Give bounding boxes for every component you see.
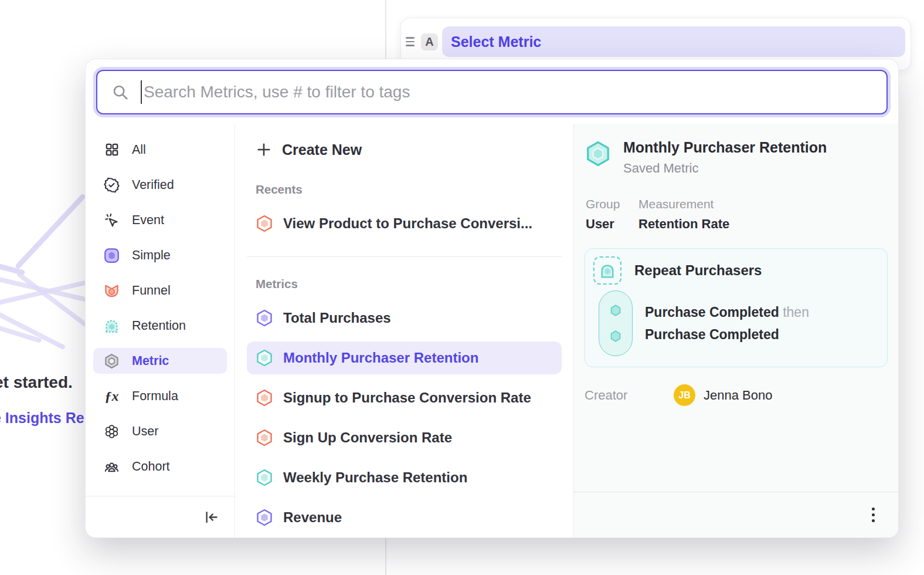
step2-event: Purchase Completed (645, 327, 779, 342)
sidebar-item-label: Metric (132, 354, 169, 368)
then-connector: then (783, 305, 809, 320)
details-title: Monthly Purchaser Retention (623, 139, 827, 156)
filter-sidebar: All Verified (86, 124, 235, 537)
list-item-label: Weekly Purchase Retention (283, 469, 467, 486)
sidebar-item-all[interactable]: All (93, 137, 227, 163)
sidebar-item-user[interactable]: User (93, 418, 227, 444)
list-item-signup-to-purchase-conversion-rate[interactable]: Signup to Purchase Conversion Rate (247, 381, 562, 414)
sidebar-item-event[interactable]: Event (93, 207, 227, 233)
plus-icon (256, 141, 272, 158)
grid-icon (104, 142, 120, 158)
funnel-icon (104, 283, 120, 299)
definition-title: Repeat Purchasers (634, 262, 762, 279)
drag-handle-icon[interactable] (406, 37, 416, 46)
event-hexagon-icon (609, 303, 623, 317)
metric-hexagon-icon (104, 353, 120, 369)
retention-icon (104, 318, 120, 334)
list-item-weekly-purchase-retention[interactable]: Weekly Purchase Retention (247, 461, 562, 494)
metric-hexagon-icon (256, 309, 273, 327)
cohort-people-icon (104, 459, 120, 475)
formula-fx-icon: ƒx (104, 388, 120, 404)
step1-event: Purchase Completed (645, 305, 779, 320)
recents-section-title: Recents (247, 182, 562, 197)
group-label: Group (586, 197, 624, 211)
collapse-sidebar-icon[interactable] (203, 509, 219, 525)
sidebar-item-funnel[interactable]: Funnel (93, 278, 227, 303)
creator-avatar: JB (674, 384, 695, 406)
creator-label: Creator (585, 388, 674, 403)
retention-cohort-icon (593, 256, 621, 285)
section-divider (247, 256, 562, 257)
metric-hexagon-icon (256, 509, 273, 526)
background-link-fragment[interactable]: e Insights Re (0, 410, 84, 427)
metric-details-panel: Monthly Purchaser Retention Saved Metric… (574, 124, 898, 537)
metric-hexagon-icon (256, 349, 273, 367)
saved-metric-hexagon-icon (585, 140, 612, 176)
metric-hexagon-icon (256, 469, 273, 486)
text-cursor (141, 80, 142, 104)
list-item-monthly-purchaser-retention[interactable]: Monthly Purchaser Retention (247, 341, 562, 374)
creator-name: Jenna Bono (704, 388, 772, 403)
search-box[interactable] (96, 70, 888, 114)
metrics-section-title: Metrics (247, 277, 562, 291)
list-item-label: View Product to Purchase Conversi... (283, 215, 532, 232)
sidebar-item-label: Simple (132, 248, 171, 263)
sidebar-item-formula[interactable]: ƒx Formula (93, 383, 227, 409)
details-subtitle: Saved Metric (623, 161, 827, 176)
series-a-badge: A (421, 33, 438, 50)
select-metric-label: Select Metric (451, 33, 541, 50)
retention-definition-card: Repeat Purchasers Purchase Completed the… (585, 248, 888, 367)
list-item-label: Revenue (283, 509, 342, 526)
funnel-metric-hexagon-icon (256, 215, 273, 232)
list-item-sign-up-conversion-rate[interactable]: Sign Up Conversion Rate (247, 421, 562, 454)
metric-hexagon-icon (256, 429, 273, 447)
more-options-icon[interactable] (868, 504, 878, 526)
select-metric-button[interactable]: Select Metric (442, 26, 905, 57)
sidebar-item-label: User (132, 424, 158, 439)
list-item-label: Signup to Purchase Conversion Rate (283, 390, 531, 406)
group-value: User (586, 217, 624, 232)
user-flower-icon (104, 424, 120, 439)
list-item-total-purchases[interactable]: Total Purchases (247, 302, 562, 334)
sidebar-item-label: Cohort (132, 459, 170, 474)
sidebar-item-label: Verified (132, 178, 174, 192)
verified-badge-icon (104, 177, 120, 193)
sidebar-item-label: Formula (132, 389, 178, 404)
list-item-revenue[interactable]: Revenue (247, 501, 562, 534)
event-hexagon-icon (609, 329, 623, 343)
list-item-label: Total Purchases (283, 310, 391, 326)
event-sequence-capsule (599, 290, 633, 356)
metric-hexagon-icon (256, 389, 273, 407)
sidebar-item-cohort[interactable]: Cohort (93, 454, 227, 479)
create-new-button[interactable]: Create New (247, 140, 562, 159)
simple-icon (104, 248, 120, 263)
sidebar-item-label: All (132, 143, 146, 157)
list-item-label: Monthly Purchaser Retention (283, 350, 478, 366)
sidebar-item-label: Funnel (132, 283, 171, 298)
sidebar-item-metric[interactable]: Metric (93, 348, 227, 374)
sidebar-item-label: Event (132, 213, 164, 228)
search-input[interactable] (144, 83, 872, 102)
search-icon (111, 83, 129, 101)
event-cursor-icon (104, 212, 120, 228)
measurement-label: Measurement (638, 197, 729, 211)
background-heading-fragment: et started. (0, 373, 73, 392)
create-new-label: Create New (282, 141, 362, 158)
sidebar-item-label: Retention (132, 319, 186, 333)
list-item-label: Sign Up Conversion Rate (283, 429, 452, 446)
metric-picker-modal: All Verified (85, 59, 899, 538)
results-column: Create New Recents View Product to Purch… (235, 124, 574, 537)
sidebar-item-simple[interactable]: Simple (93, 242, 227, 268)
sidebar-item-retention[interactable]: Retention (93, 313, 227, 339)
list-item-recent[interactable]: View Product to Purchase Conversi... (247, 207, 562, 240)
sidebar-item-verified[interactable]: Verified (93, 172, 227, 198)
measurement-value: Retention Rate (638, 217, 729, 232)
